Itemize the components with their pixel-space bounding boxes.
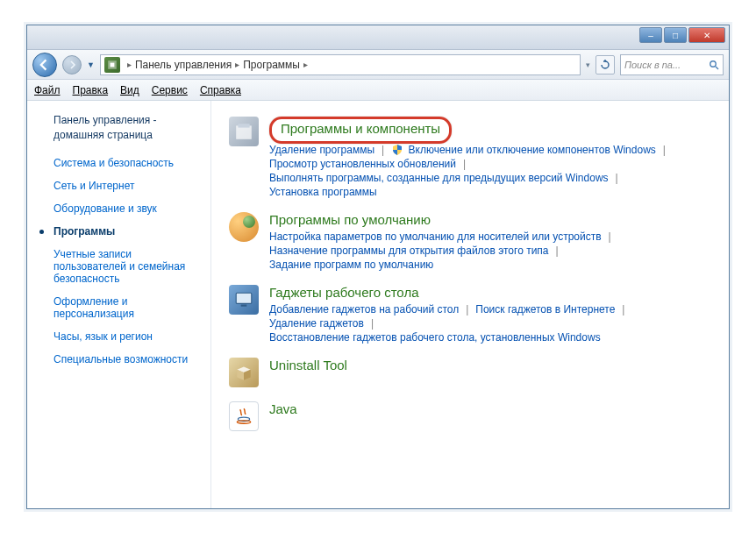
category-body: Программы по умолчанию Настройка парамет… bbox=[269, 212, 711, 271]
titlebar: – □ ✕ bbox=[27, 25, 729, 50]
window-body: Панель управления - домашняя страница Си… bbox=[27, 101, 729, 508]
svg-point-9 bbox=[237, 421, 250, 423]
separator: | bbox=[556, 245, 559, 257]
svg-rect-6 bbox=[236, 293, 252, 303]
sidebar-item-hardware[interactable]: Оборудование и звук bbox=[27, 197, 210, 220]
forward-button[interactable] bbox=[62, 55, 82, 74]
separator: | bbox=[371, 317, 374, 330]
uninstall-tool-icon bbox=[229, 358, 259, 387]
menu-help[interactable]: Справка bbox=[200, 84, 241, 96]
shield-icon bbox=[391, 144, 403, 156]
box-open-icon bbox=[234, 363, 253, 382]
minimize-icon: – bbox=[648, 31, 653, 40]
category-title-java[interactable]: Java bbox=[269, 401, 297, 416]
panel-icon bbox=[107, 60, 118, 70]
category-title-default[interactable]: Программы по умолчанию bbox=[269, 212, 431, 227]
link-features-wrapper: Включение или отключение компонентов Win… bbox=[391, 144, 656, 156]
category-body: Uninstall Tool bbox=[269, 358, 711, 387]
link-find-gadgets[interactable]: Поиск гаджетов в Интернете bbox=[475, 303, 615, 316]
separator: | bbox=[609, 230, 611, 243]
content-area: Программы и компоненты Удаление программ… bbox=[211, 101, 729, 508]
sidebar-item-programs[interactable]: Программы bbox=[27, 220, 210, 243]
menu-file[interactable]: Файл bbox=[34, 84, 61, 96]
maximize-button[interactable]: □ bbox=[664, 27, 687, 43]
link-add-gadgets[interactable]: Добавление гаджетов на рабочий стол bbox=[269, 303, 459, 316]
separator: | bbox=[622, 303, 624, 316]
link-compat[interactable]: Выполнять программы, созданные для преды… bbox=[269, 172, 609, 184]
highlight-oval: Программы и компоненты bbox=[269, 117, 452, 144]
category-default-programs: Программы по умолчанию Настройка парамет… bbox=[229, 212, 711, 271]
sidebar-item-accessibility[interactable]: Специальные возможности bbox=[27, 348, 210, 371]
svg-rect-5 bbox=[238, 124, 249, 127]
link-install[interactable]: Установка программы bbox=[269, 186, 377, 198]
gadgets-icon bbox=[229, 285, 259, 315]
monitor-icon bbox=[234, 290, 253, 309]
close-button[interactable]: ✕ bbox=[688, 27, 725, 43]
link-restore-gadgets[interactable]: Восстановление гаджетов рабочего стола, … bbox=[269, 331, 601, 344]
sidebar-item-clock[interactable]: Часы, язык и регион bbox=[27, 325, 210, 348]
arrow-left-icon bbox=[39, 59, 51, 71]
link-uninstall[interactable]: Удаление программы bbox=[269, 144, 374, 156]
breadcrumb-current[interactable]: Программы bbox=[243, 59, 300, 71]
chevron-right-icon: ▸ bbox=[127, 60, 132, 69]
breadcrumb-root[interactable]: Панель управления bbox=[135, 59, 232, 71]
maximize-icon: □ bbox=[673, 31, 678, 40]
refresh-icon bbox=[600, 60, 610, 70]
link-autoplay[interactable]: Настройка параметров по умолчанию для но… bbox=[269, 230, 602, 243]
menu-tools[interactable]: Сервис bbox=[152, 84, 188, 96]
link-row: Удаление программы | Включение или отклю… bbox=[269, 144, 711, 198]
sidebar-item-users[interactable]: Учетные записи пользователей и семейная … bbox=[27, 243, 210, 290]
category-uninstall-tool: Uninstall Tool bbox=[229, 358, 711, 387]
sidebar: Панель управления - домашняя страница Си… bbox=[27, 101, 211, 508]
separator: | bbox=[463, 158, 466, 170]
sidebar-item-network[interactable]: Сеть и Интернет bbox=[27, 174, 210, 197]
dropdown-icon[interactable]: ▼ bbox=[87, 60, 95, 69]
category-java: Java bbox=[229, 401, 711, 431]
address-bar[interactable]: ▸ Панель управления ▸ Программы ▸ bbox=[100, 54, 581, 75]
separator: | bbox=[663, 144, 666, 156]
window-controls: – □ ✕ bbox=[639, 27, 725, 43]
menu-bar: Файл Правка Вид Сервис Справка bbox=[27, 80, 729, 101]
category-title-programs[interactable]: Программы и компоненты bbox=[281, 121, 440, 136]
category-body: Программы и компоненты Удаление программ… bbox=[269, 117, 711, 198]
coffee-icon bbox=[234, 407, 253, 426]
category-gadgets: Гаджеты рабочего стола Добавление гаджет… bbox=[229, 285, 711, 344]
category-title-uninstall[interactable]: Uninstall Tool bbox=[269, 358, 347, 372]
link-set-defaults[interactable]: Задание программ по умолчанию bbox=[269, 259, 433, 271]
search-icon bbox=[709, 60, 719, 70]
minimize-button[interactable]: – bbox=[639, 27, 662, 43]
link-view-updates[interactable]: Просмотр установленных обновлений bbox=[269, 158, 456, 170]
search-input[interactable]: Поиск в па... bbox=[620, 54, 724, 75]
category-programs-features: Программы и компоненты Удаление программ… bbox=[229, 117, 711, 198]
chevron-right-icon: ▸ bbox=[303, 60, 308, 69]
category-title-gadgets[interactable]: Гаджеты рабочего стола bbox=[269, 285, 418, 300]
link-windows-features[interactable]: Включение или отключение компонентов Win… bbox=[409, 144, 656, 156]
programs-features-icon bbox=[229, 117, 259, 146]
link-file-assoc[interactable]: Назначение программы для открытия файлов… bbox=[269, 245, 549, 257]
menu-edit[interactable]: Правка bbox=[73, 84, 109, 96]
dropdown-icon[interactable]: ▾ bbox=[586, 60, 590, 69]
navigation-bar: ▼ ▸ Панель управления ▸ Программы ▸ ▾ По… bbox=[27, 50, 729, 80]
menu-view[interactable]: Вид bbox=[120, 84, 139, 96]
link-row: Настройка параметров по умолчанию для но… bbox=[269, 230, 711, 271]
control-panel-icon bbox=[104, 57, 120, 73]
close-icon: ✕ bbox=[703, 31, 710, 40]
svg-rect-7 bbox=[241, 305, 247, 307]
svg-point-2 bbox=[710, 60, 716, 66]
java-icon bbox=[229, 401, 259, 431]
arrow-right-icon bbox=[68, 60, 76, 69]
chevron-right-icon: ▸ bbox=[235, 60, 239, 69]
control-panel-window: – □ ✕ ▼ ▸ Панель управления ▸ Программы … bbox=[26, 25, 730, 509]
separator: | bbox=[382, 144, 384, 156]
sidebar-item-appearance[interactable]: Оформление и персонализация bbox=[27, 290, 210, 325]
category-body: Гаджеты рабочего стола Добавление гаджет… bbox=[269, 285, 711, 344]
separator: | bbox=[466, 303, 468, 316]
svg-rect-4 bbox=[236, 125, 252, 138]
back-button[interactable] bbox=[32, 53, 57, 77]
separator: | bbox=[616, 172, 618, 184]
box-icon bbox=[234, 122, 253, 141]
sidebar-home[interactable]: Панель управления - домашняя страница bbox=[27, 113, 210, 152]
refresh-button[interactable] bbox=[596, 55, 615, 74]
link-remove-gadgets[interactable]: Удаление гаджетов bbox=[269, 317, 364, 330]
sidebar-item-system[interactable]: Система и безопасность bbox=[27, 152, 210, 174]
